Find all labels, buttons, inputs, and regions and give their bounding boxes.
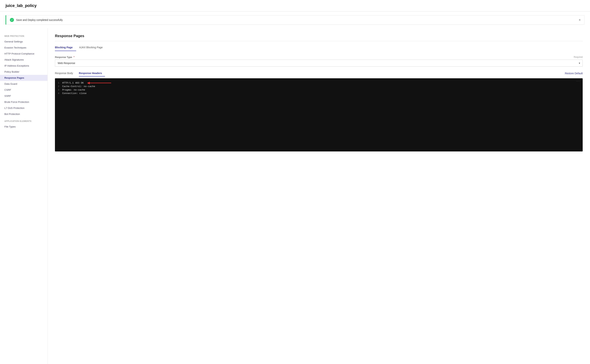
sidebar-item-evasion-techniques[interactable]: Evasion Techniques bbox=[0, 45, 47, 51]
sidebar-item-policy-builder[interactable]: Policy Builder bbox=[0, 69, 47, 75]
response-type-section: Response Type * Required Web ResponseRed… bbox=[55, 56, 583, 67]
response-subtabs-row: Response Body Response Headers Restore D… bbox=[55, 70, 583, 77]
arrow-annotation bbox=[87, 82, 111, 84]
response-type-select-wrapper: Web ResponseRedirectDefault ▾ bbox=[55, 60, 583, 67]
sidebar-item-file-types[interactable]: File Types bbox=[0, 124, 47, 130]
page-tabs: Blocking Page AJAX Blocking Page bbox=[55, 44, 583, 51]
content-page-title: Response Pages bbox=[55, 34, 583, 41]
main-layout: WEB PROTECTION General Settings Evasion … bbox=[0, 28, 590, 364]
sidebar-item-attack-signatures[interactable]: Attack Signatures bbox=[0, 57, 47, 63]
line-number-2: 2 bbox=[55, 85, 62, 88]
response-type-label: Response Type bbox=[55, 56, 72, 58]
sidebar-item-bot-protection[interactable]: Bot Protection bbox=[0, 111, 47, 117]
sidebar-item-l7-dos-protection[interactable]: L7 DoS Protection bbox=[0, 105, 47, 111]
line-content-3: Pragma: no-cache bbox=[62, 89, 85, 91]
sidebar-item-ip-address-exceptions[interactable]: IP Address Exceptions bbox=[0, 63, 47, 69]
sidebar-item-general-settings[interactable]: General Settings bbox=[0, 39, 47, 45]
restore-default-button[interactable]: Restore Default bbox=[565, 72, 583, 75]
line-content-1: HTTP/1.1 403 OK bbox=[62, 82, 84, 84]
success-icon: ✓ bbox=[10, 18, 14, 22]
code-line-4: 4 Connection: close bbox=[55, 92, 583, 95]
required-star: * bbox=[74, 56, 74, 58]
banner-left: ✓ Save and Deploy completed successfully bbox=[10, 18, 63, 22]
sidebar-item-brute-force-protection[interactable]: Brute Force Protection bbox=[0, 99, 47, 105]
line-content-4: Connection: close bbox=[62, 92, 87, 95]
sidebar-item-csrf[interactable]: CSRF bbox=[0, 87, 47, 93]
code-line-1: 1 HTTP/1.1 403 OK bbox=[55, 81, 583, 85]
sidebar-item-response-pages[interactable]: Response Pages bbox=[0, 75, 47, 81]
code-line-2: 2 Cache-Control: no-cache bbox=[55, 85, 583, 88]
close-banner-button[interactable]: × bbox=[579, 18, 581, 22]
line-number-1: 1 bbox=[55, 82, 62, 84]
sidebar-item-ssrf[interactable]: SSRF bbox=[0, 93, 47, 99]
web-protection-label: WEB PROTECTION bbox=[0, 32, 47, 39]
success-banner: ✓ Save and Deploy completed successfully… bbox=[6, 15, 584, 25]
code-editor: ... 1 HTTP/1.1 403 OK 2 Cache-Control: n… bbox=[55, 78, 583, 151]
tab-response-body[interactable]: Response Body bbox=[55, 70, 76, 77]
tab-ajax-blocking-page[interactable]: AJAX Blocking Page bbox=[79, 44, 106, 51]
response-subtabs: Response Body Response Headers bbox=[55, 70, 108, 77]
sidebar-item-data-guard[interactable]: Data Guard bbox=[0, 81, 47, 87]
banner-message: Save and Deploy completed successfully bbox=[16, 19, 63, 21]
tab-response-headers[interactable]: Response Headers bbox=[79, 70, 105, 77]
red-arrow-icon bbox=[87, 83, 111, 83]
top-header: juice_lab_policy bbox=[0, 0, 590, 12]
code-line-3: 3 Pragma: no-cache bbox=[55, 88, 583, 92]
sidebar: WEB PROTECTION General Settings Evasion … bbox=[0, 28, 48, 364]
page-policy-title: juice_lab_policy bbox=[6, 3, 584, 8]
tab-blocking-page[interactable]: Blocking Page bbox=[55, 44, 76, 51]
line-content-2: Cache-Control: no-cache bbox=[62, 85, 95, 88]
required-text: Required bbox=[574, 56, 583, 58]
response-type-label-row: Response Type * Required bbox=[55, 56, 583, 58]
response-type-label-wrap: Response Type * bbox=[55, 56, 75, 58]
line-number-4: 4 bbox=[55, 92, 62, 95]
application-elements-label: APPLICATION ELEMENTS bbox=[0, 117, 47, 124]
response-type-select[interactable]: Web ResponseRedirectDefault bbox=[55, 60, 583, 67]
main-content: Response Pages Blocking Page AJAX Blocki… bbox=[48, 28, 590, 364]
line-number-3: 3 bbox=[55, 89, 62, 91]
sidebar-item-http-protocol-compliance[interactable]: HTTP Protocol Compliance bbox=[0, 51, 47, 57]
